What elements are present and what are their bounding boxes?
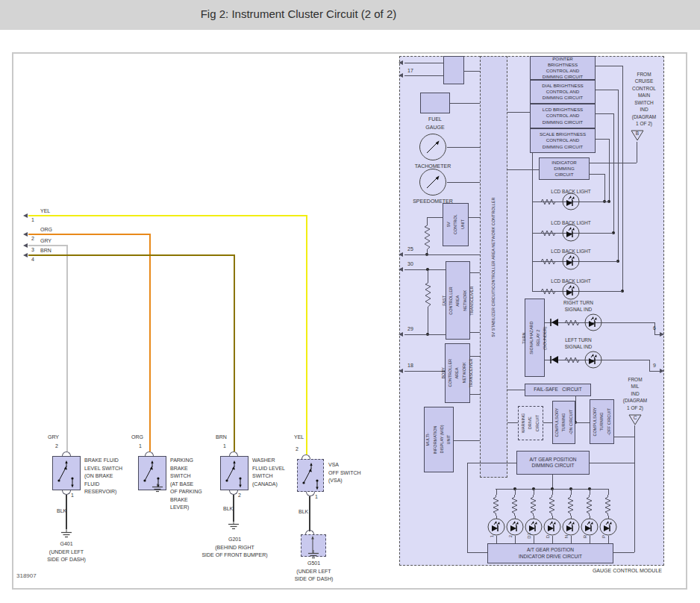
wire-color-label: ORG (40, 226, 52, 234)
wire-color-label: BRN (40, 247, 51, 255)
fuel-gauge-box (420, 93, 450, 113)
diagram-part (65, 460, 67, 463)
arrow-icon (23, 213, 28, 218)
diagram-part (551, 319, 558, 326)
pin-number: 30 (407, 261, 413, 266)
gear-label: D (546, 535, 550, 538)
wire-color-label: ORG (131, 434, 143, 442)
diagram-part (228, 521, 240, 531)
vertical-label: COMPULSORY TURNING -OFF CIRCUIT (591, 407, 612, 436)
diagram-part (581, 518, 599, 536)
vertical-label: BODY CONTROLLER AREA NETWORK TRANSCEIVER (440, 358, 475, 387)
left-turn-label: LEFT TURN SIGNAL IND (541, 337, 616, 350)
resistor-icon (539, 199, 560, 205)
diagram-part (493, 495, 499, 516)
cruise-ref-label: FROM CRUISE CONTROL MAIN SWITCH IND (DIA… (621, 71, 667, 127)
switch-symbol-icon (298, 460, 325, 492)
scale-brightness-circuit: SCALE BRIGHTNESS CONTROL AND DIMMING CIR… (530, 128, 596, 153)
switch-label: WASHER FLUID LEVEL SWITCH (CANADA) (252, 457, 285, 488)
wire-segment (507, 169, 539, 170)
switch-label: VSA OFF SWITCH (VSA) (328, 461, 361, 485)
wire-segment (428, 269, 428, 280)
wire-segment (634, 425, 635, 552)
wire-segment (596, 139, 609, 140)
diagram-part (539, 259, 560, 264)
diagram-part (539, 230, 560, 237)
pin-number: 29 (407, 326, 413, 331)
led-icon (562, 252, 580, 270)
diagram-part (311, 536, 314, 540)
diagram-part (567, 495, 574, 516)
diagram-part (562, 193, 580, 210)
wire-segment (596, 66, 622, 66)
arrow-icon (399, 252, 403, 257)
wire-color-label: BLK (57, 507, 66, 516)
resistor-icon (425, 280, 431, 310)
switch-pin: 2 (296, 446, 299, 452)
diagram-part (592, 316, 594, 319)
diagram-part (588, 521, 590, 524)
wire-color-label: BLK (223, 505, 233, 513)
diagram-part (539, 258, 560, 265)
ground-icon (307, 550, 319, 560)
diagram-part (607, 521, 609, 524)
wire-segment (649, 360, 650, 371)
wire-segment (404, 371, 445, 372)
wire-segment (590, 463, 634, 463)
diagram-part (569, 521, 572, 524)
wire-segment (454, 440, 480, 441)
diagram-part (221, 458, 248, 490)
switch-pin: 1 (223, 443, 226, 449)
led-icon (562, 224, 580, 242)
arrow-icon (23, 232, 28, 237)
wire-segment (534, 489, 534, 495)
diagram-part (495, 521, 497, 524)
diagram-part (551, 356, 558, 363)
wire-segment (596, 90, 618, 90)
arrow-icon (660, 369, 664, 373)
diagram-part (239, 485, 241, 488)
diode-icon (549, 318, 559, 327)
diagram-part (548, 525, 554, 531)
led-icon (581, 518, 599, 536)
wire-color-label: GRY (40, 237, 51, 246)
diagram-part (572, 196, 575, 199)
module-label: GAUGE CONTROL MODULE (565, 567, 662, 575)
brake-fluid-level-switch (52, 456, 81, 490)
wire-segment (470, 332, 480, 333)
wire-segment (404, 334, 446, 335)
resistor-icon (567, 495, 574, 516)
diagram-part (512, 495, 517, 516)
pin-number: 4 (31, 257, 34, 262)
diagram-part (610, 522, 612, 525)
diagram-part (569, 285, 572, 288)
diagram-part (562, 252, 580, 270)
diagram-part (513, 521, 516, 524)
led-icon (506, 518, 524, 536)
diagram-part (562, 224, 580, 242)
wire-segment (427, 217, 443, 218)
diagram-part (563, 320, 584, 325)
wire-segment (552, 536, 553, 543)
diagram-part (516, 522, 519, 525)
wire-segment (590, 174, 604, 175)
wire-blk (309, 496, 310, 531)
diagram-ref-triangle-b: B (631, 130, 644, 141)
resistor-icon (511, 495, 518, 516)
connector-box (443, 56, 464, 84)
vertical-label: WARNING DRIVE CIRCUIT (520, 413, 541, 433)
diagram-part (492, 525, 498, 531)
pointer-brightness-circuit: POINTER BRIGHTNESS CONTROL AND DIMMING C… (530, 56, 596, 80)
diagram-part (510, 525, 516, 531)
arrow-icon (399, 60, 403, 65)
arrow-icon (399, 73, 403, 78)
pin-number: 17 (407, 68, 413, 73)
wire-segment (428, 310, 428, 334)
wire-segment (464, 71, 480, 72)
wire-segment (467, 552, 487, 553)
led-icon (562, 193, 580, 210)
diagram-part (591, 522, 593, 525)
ground-icon (228, 521, 240, 531)
pin-number: 3 (31, 247, 34, 252)
wire-segment (613, 552, 634, 553)
